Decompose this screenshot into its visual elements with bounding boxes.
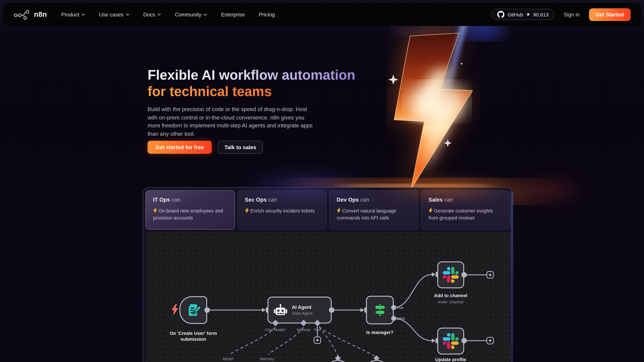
- top-navbar: n8n Product Use cases Docs Community Ent…: [3, 3, 641, 26]
- output-label-true: true: [397, 305, 404, 310]
- add-node-button: [487, 272, 494, 278]
- subnode-label-memory: Memory: [254, 357, 280, 361]
- tab-dev-ops[interactable]: Dev Ops can Convert natural language com…: [329, 190, 418, 230]
- page: n8n Product Use cases Docs Community Ent…: [0, 0, 644, 362]
- n8n-logo-icon: [14, 9, 30, 20]
- node-title: AI Agent: [292, 305, 312, 310]
- tool-subnodes: [326, 360, 388, 362]
- sign-in-link[interactable]: Sign in: [564, 11, 580, 17]
- hero-title-line2: for technical teams: [148, 83, 355, 100]
- connector-label-chat-model: Chat Model*: [254, 328, 296, 332]
- trigger-bolt-icon: [172, 304, 178, 316]
- workflow-canvas[interactable]: On 'Create User' form submission AI Ag: [146, 232, 510, 362]
- output-label-false: false: [397, 316, 405, 321]
- nav-item-pricing[interactable]: Pricing: [259, 11, 275, 17]
- nav-menu: Product Use cases Docs Community Enterpr…: [61, 11, 275, 17]
- slack-icon: [443, 267, 459, 283]
- add-node-button: [487, 337, 494, 344]
- get-started-button[interactable]: Get Started: [589, 8, 630, 21]
- github-star-count: 90,613: [533, 11, 548, 17]
- tab-sec-ops[interactable]: Sec Ops can Enrich security incident tic…: [237, 190, 327, 230]
- robot-icon: [274, 304, 287, 317]
- signpost-icon: [372, 303, 388, 318]
- output-ports: [204, 272, 467, 344]
- hero-description: Build with the precision of code or the …: [148, 105, 317, 138]
- nav-item-community[interactable]: Community: [175, 11, 207, 17]
- bolt-icon: [153, 208, 157, 213]
- nav-item-use-cases[interactable]: Use cases: [99, 11, 130, 17]
- bolt-icon: [245, 208, 249, 213]
- workflow-panel: IT Ops can On-board new employees and pr…: [142, 187, 512, 362]
- node-label: Add to channel: [422, 293, 480, 298]
- node-subtitle: Tools Agent: [292, 311, 312, 316]
- bolt-icon: [337, 208, 341, 213]
- tab-sales[interactable]: Sales can Generate customer insights fro…: [421, 190, 510, 230]
- chevron-down-icon: [157, 13, 161, 16]
- node-slack-add-to-channel[interactable]: [438, 261, 464, 288]
- node-slack-update-profile[interactable]: [438, 328, 464, 355]
- get-started-free-button[interactable]: Get started for free: [148, 141, 212, 154]
- logo-text: n8n: [34, 10, 47, 18]
- nav-item-enterprise[interactable]: Enterprise: [221, 11, 245, 17]
- node-label: On 'Create User' form submission: [162, 330, 225, 342]
- node-label: Is manager?: [355, 329, 405, 335]
- slack-icon: [443, 333, 459, 349]
- hero-cta-row: Get started for free Talk to sales: [148, 141, 263, 154]
- nav-item-docs[interactable]: Docs: [143, 11, 161, 17]
- star-icon: ★: [526, 12, 530, 17]
- subnode-connectors: [272, 320, 380, 361]
- node-ai-agent[interactable]: AI Agent Tools Agent: [268, 297, 332, 324]
- hero-title: Flexible AI workflow automation for tech…: [148, 67, 355, 99]
- github-stars-button[interactable]: GitHub ★ 90,613: [492, 9, 554, 20]
- talk-to-sales-button[interactable]: Talk to sales: [218, 141, 263, 154]
- node-sublabel: invite: channel: [422, 300, 480, 304]
- nav-item-product[interactable]: Product: [61, 11, 85, 17]
- form-icon: [186, 303, 201, 318]
- tab-it-ops[interactable]: IT Ops can On-board new employees and pr…: [146, 190, 235, 230]
- red-glow: [516, 173, 587, 208]
- github-label: GitHub: [508, 11, 523, 17]
- use-case-tabs: IT Ops can On-board new employees and pr…: [146, 190, 510, 230]
- n8n-logo[interactable]: n8n: [14, 9, 47, 20]
- add-node-button: [314, 337, 321, 344]
- chevron-down-icon: [82, 13, 85, 16]
- connector-label-tool: Tool: [309, 328, 326, 332]
- chevron-down-icon: [126, 13, 130, 16]
- subnode-label-model: Model: [216, 357, 241, 361]
- chevron-down-icon: [204, 13, 207, 16]
- nav-right: GitHub ★ 90,613 Sign in Get Started: [492, 8, 630, 21]
- node-is-manager[interactable]: [366, 296, 394, 324]
- lightning-bolt-hero-image: [235, 4, 554, 205]
- hero-title-line1: Flexible AI workflow automation: [148, 67, 355, 83]
- github-icon: [498, 11, 505, 18]
- node-form-trigger[interactable]: [180, 296, 207, 324]
- bolt-icon: [428, 208, 433, 213]
- node-label: Update profile: [422, 357, 480, 362]
